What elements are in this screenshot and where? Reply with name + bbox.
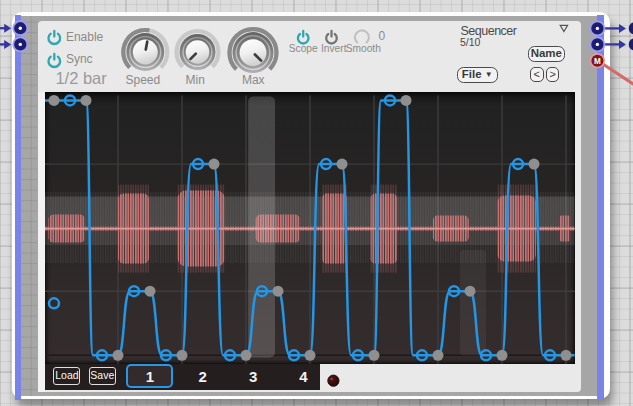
svg-text:M: M — [594, 57, 601, 66]
